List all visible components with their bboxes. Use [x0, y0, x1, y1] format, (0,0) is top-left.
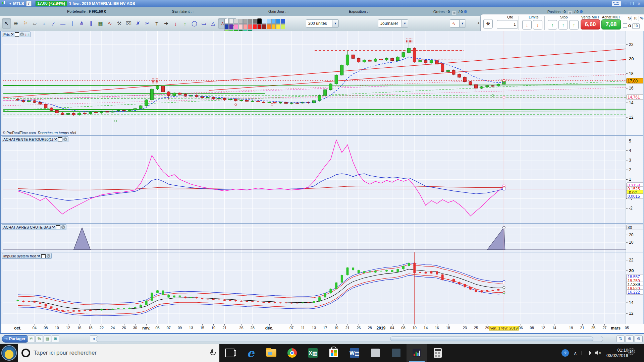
color-swatch[interactable] — [257, 24, 262, 29]
color-swatch[interactable] — [281, 24, 285, 29]
price-move-up-icon[interactable]: ↑ — [28, 32, 29, 37]
color-swatch[interactable] — [253, 24, 257, 29]
zoom-tool-icon[interactable]: ⊕ — [11, 18, 20, 28]
color-swatch[interactable] — [243, 19, 248, 24]
microphone-icon[interactable] — [210, 349, 215, 357]
proreal-time-icon[interactable] — [407, 344, 427, 362]
sell-stop-button[interactable]: ↑ — [548, 20, 557, 29]
color-swatch[interactable] — [276, 24, 280, 29]
task-view-button[interactable] — [219, 344, 240, 362]
o-checkbox[interactable] — [623, 23, 627, 28]
collapse-trade-panel-icon[interactable]: ◂ — [477, 21, 479, 24]
multi-line-tool-icon[interactable]: ∿ — [105, 18, 114, 28]
segment-tool-icon[interactable]: ∕ — [49, 18, 58, 28]
impulse-wrench-icon[interactable]: ⚒ — [37, 254, 40, 258]
sticky-notes-icon[interactable] — [365, 344, 386, 362]
sell-market-button[interactable]: 6,60 — [581, 19, 600, 29]
color-swatch[interactable] — [238, 19, 243, 24]
edge-icon[interactable]: e — [240, 344, 261, 362]
orders-list-icon[interactable]: ▣ — [452, 11, 457, 15]
delete-point-tool-icon[interactable]: ✗ — [133, 18, 143, 28]
alert-tool-icon[interactable]: ⚐ — [21, 18, 30, 28]
close-button[interactable]: ✕ — [637, 1, 641, 6]
color-swatch[interactable] — [248, 24, 252, 29]
achatpente-panel[interactable]: 54321-1-20,31580,1525-0,020,0015 ACHATPE… — [1, 135, 644, 224]
units-dropdown-icon[interactable]: ▼ — [332, 20, 338, 27]
price-move-down-icon[interactable]: ↓ — [25, 32, 26, 37]
color-swatch[interactable] — [271, 24, 276, 29]
s-value-spinner[interactable]: 10 — [632, 16, 639, 21]
color-swatch[interactable] — [229, 19, 233, 24]
delete-lines-tool-icon[interactable]: ✂ — [143, 18, 152, 28]
color-swatch[interactable] — [262, 19, 266, 24]
qty-input[interactable]: 1 — [497, 20, 518, 29]
help-icon[interactable]: ? — [561, 349, 569, 357]
color-swatch[interactable] — [271, 19, 276, 24]
price-close-icon[interactable]: ✕ — [20, 33, 24, 36]
word-icon[interactable]: W▤ — [344, 344, 365, 362]
arrow-up-tool-icon[interactable]: ↑ — [180, 18, 190, 28]
fit-chart-icon[interactable]: ⇅ — [616, 336, 625, 342]
color-swatch[interactable] — [253, 19, 257, 24]
export-chart-icon[interactable]: ⎘ — [28, 336, 35, 342]
color-swatch[interactable] — [224, 24, 229, 29]
taskbar-search[interactable]: Taper ici pour rechercher — [18, 344, 219, 362]
buy-stop-button[interactable]: ↑ — [558, 20, 568, 29]
chrome-icon[interactable] — [282, 344, 303, 362]
microsoft-store-icon[interactable] — [323, 344, 344, 362]
battery-icon[interactable] — [582, 351, 590, 355]
fork-tool-icon[interactable]: ⋔ — [77, 18, 86, 28]
hidden-icons-chevron[interactable]: ∧ — [574, 351, 577, 356]
info-button[interactable]: i — [26, 1, 32, 6]
impulse-close-icon[interactable]: ✕ — [47, 254, 50, 258]
percent-icon[interactable]: % — [36, 336, 43, 342]
color-swatch[interactable] — [234, 19, 238, 24]
achatpente-close-icon[interactable]: ✕ — [63, 137, 67, 141]
taskbar-clock[interactable]: 01:1003/02/2019 — [606, 348, 628, 358]
color-swatch[interactable] — [243, 24, 248, 29]
horizontal-scrollbar[interactable] — [96, 336, 603, 342]
point-tool-icon[interactable]: + — [40, 18, 49, 28]
orders-gear-icon[interactable]: ⚙ — [464, 9, 467, 14]
color-swatch[interactable] — [229, 24, 233, 29]
arrow-right-tool-icon[interactable]: ➔ — [162, 18, 171, 28]
share-button[interactable]: ↪ Partager — [2, 335, 29, 343]
excel-icon[interactable]: X▦ — [303, 344, 323, 362]
triangle-tool-icon[interactable]: △ — [209, 18, 218, 28]
file-explorer-icon[interactable] — [261, 344, 282, 362]
vertical-line-tool-icon[interactable]: ∣ — [68, 18, 77, 28]
trash-tool-icon[interactable]: ⌧ — [124, 18, 133, 28]
minimize-button[interactable]: – — [623, 1, 628, 6]
settings-tool-icon[interactable]: ⚒ — [115, 18, 124, 28]
color-swatch[interactable] — [234, 24, 238, 29]
ruler-tool-icon[interactable]: ▱ — [30, 18, 39, 28]
position-gear-icon[interactable]: ⚙ — [580, 9, 583, 14]
achatpente-window-icon[interactable] — [58, 137, 62, 141]
chart-style-select[interactable]: ∿ ▼ — [450, 19, 466, 27]
color-swatch[interactable] — [276, 19, 280, 24]
calculator-icon[interactable] — [427, 344, 448, 362]
period-dropdown-icon[interactable]: ▼ — [401, 20, 408, 27]
trade-settings-wrench-icon[interactable]: ⚒ — [483, 19, 493, 28]
color-swatch[interactable] — [281, 19, 285, 24]
price-panel[interactable]: 12141618202217,00617,0014,761 Prix ⚒ ✕ ↓… — [1, 31, 644, 135]
s-checkbox[interactable] — [623, 16, 627, 20]
price-settings-wrench-icon[interactable]: ⚒ — [11, 32, 14, 37]
rectangle-tool-icon[interactable]: ▭ — [199, 18, 208, 28]
pointer-tool-icon[interactable]: ↖ — [2, 18, 11, 28]
scrollbar-thumb[interactable] — [390, 337, 593, 341]
photos-icon[interactable] — [386, 344, 407, 362]
ellipse-tool-icon[interactable]: ◯ — [190, 18, 199, 28]
chute-window-icon[interactable] — [56, 225, 60, 229]
buy-limit-button[interactable]: ↓ — [533, 20, 542, 29]
keyboard-icon[interactable] — [612, 1, 621, 6]
impulse-window-icon[interactable] — [41, 254, 46, 258]
chart-style-dropdown-icon[interactable]: ▼ — [459, 20, 466, 27]
chute-wrench-icon[interactable]: ⚒ — [52, 225, 55, 229]
zoom-in-icon[interactable]: ⊕ — [626, 336, 634, 342]
pattern-tool-icon[interactable]: ▦ — [96, 18, 105, 28]
zoom-out-icon[interactable]: ⊖ — [635, 336, 643, 342]
chute-panel[interactable]: 201030 ACHAT APRES CHUTE BAS ⚒ ✕ — [1, 223, 644, 252]
start-button[interactable] — [0, 344, 18, 362]
color-swatch[interactable] — [224, 19, 229, 24]
